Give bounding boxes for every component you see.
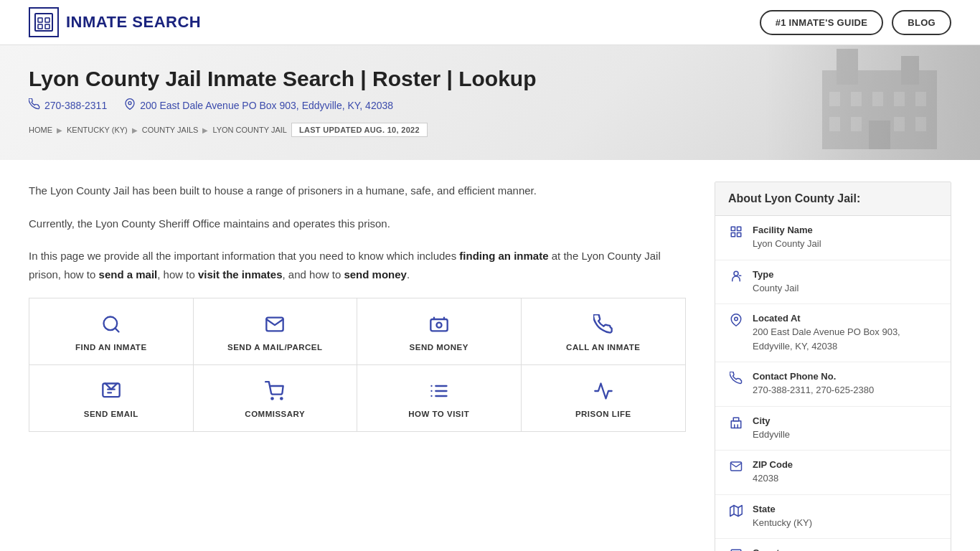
sidebar-city-value: Eddyville — [753, 428, 790, 442]
svg-rect-3 — [38, 24, 42, 29]
sidebar-state-label: State — [753, 504, 812, 514]
prison-life-cell[interactable]: PRISON LIFE — [522, 365, 686, 431]
sidebar-facility-value: Lyon County Jail — [753, 237, 821, 251]
sidebar-row-type: Type County Jail — [715, 260, 951, 305]
svg-point-25 — [281, 397, 282, 399]
svg-rect-21 — [430, 319, 447, 331]
svg-rect-23 — [103, 384, 119, 397]
list-icon — [429, 381, 449, 404]
cart-icon — [265, 381, 285, 404]
hero-address-text: 200 East Dale Avenue PO Box 903, Eddyvil… — [140, 100, 393, 111]
call-inmate-cell[interactable]: CALL AN INMATE — [522, 298, 686, 365]
svg-point-24 — [272, 397, 273, 399]
sidebar-phone-label: Contact Phone No. — [753, 371, 874, 382]
location-pin-icon — [728, 314, 744, 330]
main-container: The Lyon County Jail has been built to h… — [0, 160, 980, 551]
city-icon — [728, 416, 744, 433]
breadcrumb-state[interactable]: KENTUCKY (KY) — [67, 126, 128, 134]
money-icon — [429, 314, 449, 337]
sidebar-row-city: City Eddyville — [715, 407, 951, 451]
commissary-cell[interactable]: COMMISSARY — [194, 365, 358, 431]
send-email-cell[interactable]: SEND EMAIL — [29, 365, 194, 431]
sidebar-row-location: Located At 200 East Dale Avenue PO Box 9… — [715, 304, 951, 362]
sidebar-zip-value: 42038 — [753, 471, 793, 486]
phone-icon — [29, 98, 40, 113]
sidebar-phone-value: 270-388-2311, 270-625-2380 — [753, 383, 874, 397]
breadcrumb-sep-2: ▶ — [132, 126, 138, 134]
breadcrumb-sep-1: ▶ — [57, 126, 62, 134]
how-to-visit-label: HOW TO VISIT — [408, 410, 469, 418]
svg-rect-34 — [738, 233, 741, 237]
prison-life-label: PRISON LIFE — [575, 410, 631, 418]
envelope-icon — [728, 460, 744, 476]
svg-rect-2 — [45, 18, 50, 22]
email-icon — [101, 381, 121, 404]
svg-point-36 — [734, 271, 738, 276]
hero-section: Lyon County Jail Inmate Search | Roster … — [0, 45, 980, 160]
svg-rect-35 — [731, 233, 735, 237]
sidebar-type-content: Type County Jail — [753, 269, 798, 296]
sidebar-county-label: County — [753, 547, 805, 551]
type-icon — [728, 270, 744, 286]
mail-icon — [265, 314, 285, 337]
sidebar-location-label: Located At — [753, 313, 938, 324]
logo-icon — [29, 7, 59, 37]
sidebar-zip-content: ZIP Code 42038 — [753, 459, 793, 486]
hero-meta: 270-388-2311 200 East Dale Avenue PO Box… — [29, 98, 951, 113]
sidebar: About Lyon County Jail: Facility Name Ly… — [715, 182, 951, 551]
pulse-icon — [593, 381, 613, 404]
paragraph-1: The Lyon County Jail has been built to h… — [29, 182, 686, 200]
svg-rect-4 — [45, 24, 50, 29]
sidebar-city-label: City — [753, 415, 790, 426]
sidebar-row-facility: Facility Name Lyon County Jail — [715, 216, 951, 260]
send-money-label: SEND MONEY — [410, 343, 468, 352]
call-inmate-label: CALL AN INMATE — [566, 343, 640, 352]
sidebar-phone-content: Contact Phone No. 270-388-2311, 270-625-… — [753, 371, 874, 397]
search-icon — [101, 314, 121, 337]
county-icon — [728, 548, 744, 551]
sidebar-type-value: County Jail — [753, 281, 798, 296]
header-nav: #1 INMATE'S GUIDE BLOG — [760, 10, 951, 35]
hero-phone: 270-388-2311 — [29, 98, 107, 113]
breadcrumb-county-jails[interactable]: COUNTY JAILS — [142, 126, 199, 134]
sidebar-facility-content: Facility Name Lyon County Jail — [753, 225, 821, 251]
sidebar-type-label: Type — [753, 269, 798, 280]
send-mail-label: SEND A MAIL/PARCEL — [227, 343, 323, 352]
building-icon — [728, 225, 744, 242]
sidebar-row-county: County Lyon County — [715, 539, 951, 551]
svg-rect-40 — [733, 418, 739, 421]
map-icon — [728, 504, 744, 521]
logo-link[interactable]: INMATE SEARCH — [29, 7, 201, 37]
sidebar-state-value: Kentucky (KY) — [753, 516, 812, 530]
inmates-guide-button[interactable]: #1 INMATE'S GUIDE — [760, 10, 884, 35]
sidebar-row-phone: Contact Phone No. 270-388-2311, 270-625-… — [715, 362, 951, 407]
sidebar-header: About Lyon County Jail: — [715, 182, 951, 216]
sidebar-facility-label: Facility Name — [753, 225, 821, 235]
sidebar-title: About Lyon County Jail: — [728, 192, 938, 205]
find-inmate-cell[interactable]: FIND AN INMATE — [29, 298, 194, 365]
sidebar-zip-label: ZIP Code — [753, 459, 793, 470]
breadcrumb-home[interactable]: HOME — [29, 126, 52, 134]
site-header: INMATE SEARCH #1 INMATE'S GUIDE BLOG — [0, 0, 980, 45]
svg-rect-1 — [38, 18, 42, 22]
commissary-label: COMMISSARY — [245, 410, 305, 418]
breadcrumb-current: LYON COUNTY JAIL — [212, 126, 287, 134]
svg-rect-32 — [731, 227, 735, 230]
how-to-visit-cell[interactable]: HOW TO VISIT — [357, 365, 522, 431]
location-icon — [124, 98, 136, 113]
logo-text: INMATE SEARCH — [66, 13, 201, 32]
last-updated-badge: LAST UPDATED AUG. 10, 2022 — [291, 123, 428, 137]
svg-rect-39 — [731, 420, 741, 428]
page-title: Lyon County Jail Inmate Search | Roster … — [29, 67, 951, 91]
breadcrumb-sep-3: ▶ — [202, 126, 208, 134]
content-area: The Lyon County Jail has been built to h… — [29, 182, 715, 432]
sidebar-state-content: State Kentucky (KY) — [753, 504, 812, 530]
svg-line-20 — [115, 328, 118, 331]
blog-button[interactable]: BLOG — [892, 10, 951, 35]
send-mail-cell[interactable]: SEND A MAIL/PARCEL — [194, 298, 358, 365]
svg-rect-33 — [738, 227, 741, 230]
svg-point-38 — [735, 317, 738, 321]
breadcrumb: HOME ▶ KENTUCKY (KY) ▶ COUNTY JAILS ▶ LY… — [29, 123, 951, 137]
send-money-cell[interactable]: SEND MONEY — [357, 298, 522, 365]
sidebar-county-content: County Lyon County — [753, 547, 805, 551]
